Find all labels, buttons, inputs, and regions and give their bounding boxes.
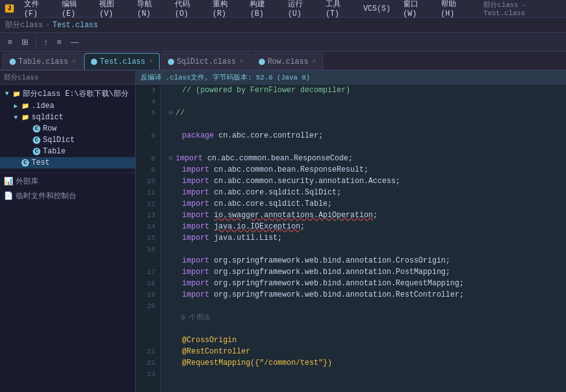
root-arrow[interactable]: ▼ <box>3 90 11 97</box>
code-line-17: import org.springframework.web.bind.anno… <box>168 255 558 266</box>
sidebar-item-table[interactable]: ▶ C Table <box>0 146 135 157</box>
ln-3: 3 <box>141 85 155 96</box>
menu-refactor[interactable]: 重构(R) <box>210 0 240 20</box>
code-text <box>209 221 214 232</box>
code-keyword: import <box>182 278 209 289</box>
sidebar-item-root[interactable]: ▼ 📁 部分class E:\谷歌下载\部分 <box>0 87 135 100</box>
menu-help[interactable]: 帮助(H) <box>439 0 469 20</box>
menu-tools[interactable]: 工具(T) <box>323 0 353 20</box>
ln-14: 14 <box>141 221 155 232</box>
menu-vcs[interactable]: VCS(S) <box>361 3 393 15</box>
ln-23: 23 <box>141 369 155 380</box>
ln-blank2 <box>141 141 155 153</box>
ln-19: 19 <box>141 289 155 300</box>
code-usages-text: 0 个用法 <box>168 312 210 323</box>
code-line-4 <box>168 96 558 107</box>
tab-row-icon <box>259 59 265 65</box>
code-line-20: import org.springframework.web.bind.anno… <box>168 289 558 300</box>
toolbar-collapse-btn[interactable]: — <box>68 36 81 48</box>
tab-row-class[interactable]: Row.class × <box>252 53 323 69</box>
sqldict-arrow[interactable]: ▼ <box>11 114 20 121</box>
ln-16: 16 <box>141 244 155 255</box>
code-text: java.util.List; <box>209 232 282 244</box>
menu-code[interactable]: 代码(O) <box>172 0 203 20</box>
ln-12: 12 <box>141 198 155 210</box>
menu-build[interactable]: 构建(B) <box>247 0 278 20</box>
test-class-icon: C <box>20 158 30 167</box>
tab-sqldict-label: SqlDict.class <box>177 57 236 66</box>
ln-10: 10 <box>141 175 155 187</box>
code-text-20 <box>168 289 182 300</box>
toolbar-layout-btn[interactable]: ≡ <box>54 36 64 48</box>
menu-view[interactable]: 视图(V) <box>97 0 127 20</box>
ln-5: 5 <box>141 107 155 119</box>
menu-navigate[interactable]: 导航(N) <box>134 0 165 20</box>
tab-sqldict-close[interactable]: × <box>240 58 244 65</box>
code-error-14: java.io.IOException <box>214 221 300 232</box>
code-text: cn.abc.core.sqldict.SqlDict; <box>209 187 341 198</box>
code-line-16 <box>168 244 558 255</box>
tab-test-class[interactable]: Test.class × <box>84 53 160 69</box>
menu-window[interactable]: 窗口(W) <box>401 0 431 20</box>
code-keyword: import <box>182 198 209 210</box>
code-line-21: @CrossOrigin <box>168 335 558 346</box>
toolbar-project-btn[interactable]: ⊞ <box>19 36 31 48</box>
code-keyword: import <box>182 255 209 266</box>
breadcrumb-bar: 部分class › Test.class <box>0 18 566 33</box>
tab-test-close[interactable]: × <box>149 58 153 65</box>
tab-table-label: Table.class <box>18 57 68 66</box>
sidebar-item-sqldict-class[interactable]: ▶ C SqlDict <box>0 134 135 146</box>
code-text <box>168 300 173 312</box>
toolbar-menu-btn[interactable]: ≡ <box>5 36 15 48</box>
temp-label: 临时文件和控制台 <box>16 191 76 201</box>
code-line-12: import cn.abc.core.sqldict.Table; <box>168 198 558 210</box>
code-text: // <box>175 107 184 119</box>
code-fold-8[interactable]: ⊕ <box>168 153 173 164</box>
sidebar-item-test[interactable]: ▶ C Test <box>0 157 135 169</box>
code-text-11 <box>168 187 182 198</box>
tab-table-class[interactable]: Table.class × <box>3 53 83 69</box>
code-text: cn.abc.core.controller; <box>214 130 323 141</box>
ln-8: 8 <box>141 153 155 164</box>
toolbar-up-btn[interactable]: ↑ <box>42 36 51 48</box>
code-keyword: import <box>182 164 209 175</box>
idea-folder-icon: 📁 <box>20 102 30 110</box>
code-text: cn.abc.common.bean.ResponseCode; <box>203 153 353 164</box>
menu-file[interactable]: 文件(F) <box>21 0 52 20</box>
code-keyword: import <box>182 187 209 198</box>
row-class-icon: C <box>32 124 42 133</box>
code-text-10 <box>168 175 182 187</box>
window-status: 部分class - Test.class <box>483 0 561 17</box>
sidebar-item-row[interactable]: ▶ C Row <box>0 123 135 134</box>
breadcrumb-root[interactable]: 部分class <box>5 20 43 30</box>
fold-marker-5[interactable]: ⊖ <box>168 107 173 119</box>
idea-arrow[interactable]: ▶ <box>11 102 20 110</box>
tab-sqldict-class[interactable]: SqlDict.class × <box>161 53 251 69</box>
sidebar-item-idea[interactable]: ▶ 📁 .idea <box>0 100 135 112</box>
sqldict-class-icon: C <box>32 136 42 145</box>
code-text: org.springframework.web.bind.annotation.… <box>209 266 451 278</box>
code-text <box>168 119 173 130</box>
tab-table-close[interactable]: × <box>72 58 76 65</box>
tab-table-icon <box>9 59 16 65</box>
test-label: Test <box>30 158 50 167</box>
code-text-15 <box>168 232 182 244</box>
code-text-17 <box>168 255 182 266</box>
code-line-6: package cn.abc.core.controller; <box>168 130 558 141</box>
code-text: cn.abc.common.security.annotation.Access… <box>209 175 400 187</box>
tab-row-label: Row.class <box>268 57 309 66</box>
code-text <box>168 96 173 107</box>
code-text: // (powered by FernFlower decompiler) <box>168 85 350 96</box>
code-lines: // (powered by FernFlower decompiler) ⊖ … <box>161 85 566 392</box>
sidebar-item-sqldict-folder[interactable]: ▼ 📁 sqldict <box>0 112 135 123</box>
sidebar-item-temp[interactable]: 📄 临时文件和控制台 <box>0 189 135 203</box>
code-editor[interactable]: 3 4 5 6 8 9 10 11 12 13 14 15 16 17 <box>136 85 566 392</box>
decompiler-notice: 反编译 .class文件, 字节码版本: 52.0 (Java 8) <box>136 71 566 85</box>
ln-15: 15 <box>141 232 155 244</box>
menu-run[interactable]: 运行(U) <box>285 0 315 20</box>
tab-row-close[interactable]: × <box>312 58 316 65</box>
menu-edit[interactable]: 编辑(E) <box>59 0 90 20</box>
table-class-icon: C <box>32 147 42 156</box>
editor-area: 反编译 .class文件, 字节码版本: 52.0 (Java 8) 3 4 5… <box>136 71 566 392</box>
sidebar-item-external[interactable]: 📊 外部库 <box>0 174 135 189</box>
